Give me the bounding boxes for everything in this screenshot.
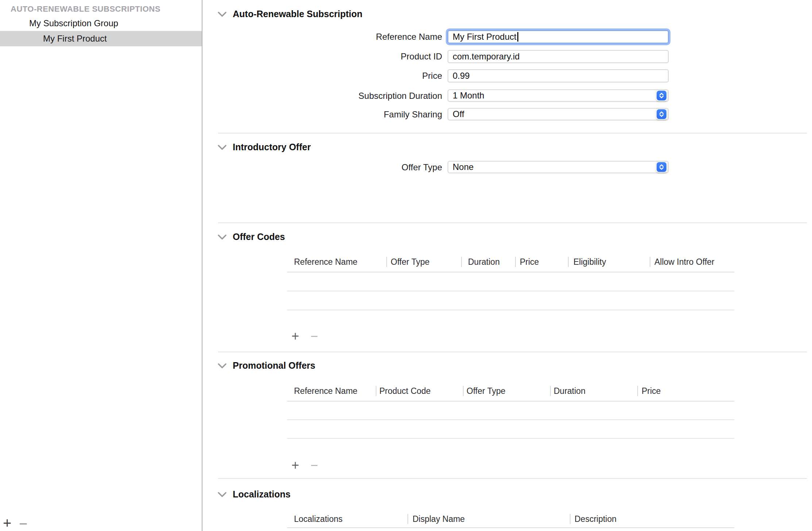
table-row-line xyxy=(287,291,734,291)
offer-codes-col-eligibility: Eligibility xyxy=(573,256,606,267)
section-title-introductory-offer: Introductory Offer xyxy=(233,142,311,152)
sidebar-remove-button[interactable]: − xyxy=(19,516,27,531)
sidebar: AUTO-RENEWABLE SUBSCRIPTIONS My Subscrip… xyxy=(0,0,202,531)
section-divider xyxy=(218,352,807,352)
reference-name-label: Reference Name xyxy=(203,30,442,43)
section-title-promotional-offers: Promotional Offers xyxy=(233,360,315,371)
up-down-chevrons-icon xyxy=(657,162,666,172)
product-id-label: Product ID xyxy=(203,50,442,63)
disclosure-chevron-icon[interactable] xyxy=(217,492,227,497)
section-title-localizations: Localizations xyxy=(233,489,290,500)
section-divider xyxy=(218,133,807,133)
table-row-line xyxy=(287,310,734,310)
product-id-input[interactable] xyxy=(448,50,669,63)
offer-type-label: Offer Type xyxy=(203,161,442,174)
sidebar-divider xyxy=(202,0,202,531)
promo-col-duration: Duration xyxy=(554,385,585,396)
sidebar-item-subscription-group[interactable]: My Subscription Group xyxy=(29,16,118,31)
column-separator xyxy=(550,386,551,396)
reference-name-value: My First Product xyxy=(453,32,517,42)
column-separator xyxy=(407,514,408,524)
column-separator xyxy=(376,386,376,396)
plus-icon: + xyxy=(291,329,299,344)
promo-remove-button[interactable]: − xyxy=(310,459,318,472)
promo-add-button[interactable]: + xyxy=(291,459,299,472)
minus-icon: − xyxy=(310,329,318,344)
subscription-duration-value: 1 Month xyxy=(453,90,484,100)
text-cursor xyxy=(517,32,518,42)
table-header-line xyxy=(287,272,734,272)
stepper-capsule xyxy=(656,90,667,101)
stepper-capsule xyxy=(656,109,667,120)
up-down-chevrons-icon xyxy=(657,109,666,119)
family-sharing-select[interactable]: Off xyxy=(448,108,669,120)
sidebar-group-header: AUTO-RENEWABLE SUBSCRIPTIONS xyxy=(11,4,161,15)
offer-codes-add-button[interactable]: + xyxy=(291,330,299,343)
column-separator xyxy=(650,257,650,267)
plus-icon: + xyxy=(291,458,299,473)
subscription-duration-select[interactable]: 1 Month xyxy=(448,89,669,102)
family-sharing-value: Off xyxy=(453,109,464,119)
offer-type-select[interactable]: None xyxy=(448,161,669,173)
disclosure-chevron-icon[interactable] xyxy=(217,234,227,240)
column-separator xyxy=(570,514,571,524)
table-header-line xyxy=(287,401,734,402)
localizations-col-localizations: Localizations xyxy=(294,513,343,524)
section-title-offer-codes: Offer Codes xyxy=(233,231,285,242)
column-separator xyxy=(463,386,464,396)
disclosure-chevron-icon[interactable] xyxy=(217,144,227,150)
subscription-duration-label: Subscription Duration xyxy=(203,89,442,102)
section-divider xyxy=(218,478,807,479)
up-down-chevrons-icon xyxy=(657,91,666,101)
stepper-capsule xyxy=(656,162,667,173)
column-separator xyxy=(568,257,569,267)
localizations-col-description: Description xyxy=(575,513,616,524)
offer-codes-col-allow-intro-offer: Allow Intro Offer xyxy=(654,256,714,267)
minus-icon: − xyxy=(19,516,27,531)
price-label: Price xyxy=(203,69,442,82)
sidebar-item-my-first-product[interactable]: My First Product xyxy=(43,31,107,46)
column-separator xyxy=(461,257,462,267)
promo-col-price: Price xyxy=(642,385,661,396)
column-separator xyxy=(515,257,516,267)
price-input[interactable] xyxy=(448,69,669,82)
disclosure-chevron-icon[interactable] xyxy=(217,11,227,17)
table-row-line xyxy=(287,438,734,439)
offer-codes-col-duration: Duration xyxy=(468,256,500,267)
column-separator xyxy=(386,257,387,267)
offer-codes-col-price: Price xyxy=(520,256,539,267)
localizations-col-display-name: Display Name xyxy=(413,513,465,524)
family-sharing-label: Family Sharing xyxy=(203,108,442,121)
section-title-subscription: Auto-Renewable Subscription xyxy=(233,8,363,19)
offer-codes-col-reference-name: Reference Name xyxy=(294,256,357,267)
table-header-line xyxy=(287,527,734,528)
table-row-line xyxy=(287,419,734,420)
offer-codes-remove-button[interactable]: − xyxy=(310,330,318,343)
promo-col-reference-name: Reference Name xyxy=(294,385,357,396)
minus-icon: − xyxy=(310,458,318,473)
disclosure-chevron-icon[interactable] xyxy=(217,363,227,369)
promo-col-product-code: Product Code xyxy=(379,385,431,396)
offer-codes-col-offer-type: Offer Type xyxy=(391,256,430,267)
promo-col-offer-type: Offer Type xyxy=(467,385,506,396)
offer-type-value: None xyxy=(453,162,473,172)
sidebar-add-button[interactable]: + xyxy=(3,516,11,530)
column-separator xyxy=(637,386,638,396)
section-divider xyxy=(218,222,807,223)
reference-name-input[interactable]: My First Product xyxy=(448,30,669,43)
plus-icon: + xyxy=(3,515,11,531)
